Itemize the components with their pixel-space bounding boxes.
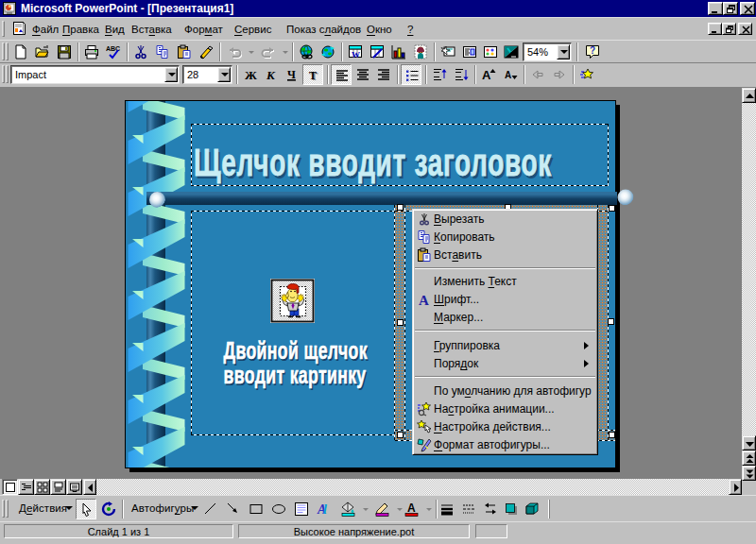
svg-text:Ч: Ч <box>287 68 296 81</box>
svg-text:l: l <box>323 502 327 517</box>
svg-text:К: К <box>266 68 276 82</box>
svg-text:A: A <box>505 70 511 80</box>
svg-text:Т: Т <box>309 69 317 82</box>
svg-text:?: ? <box>590 45 595 56</box>
svg-text:A: A <box>407 502 416 515</box>
svg-text:W: W <box>352 50 360 60</box>
svg-text:A: A <box>419 293 429 307</box>
svg-text:A: A <box>482 68 491 82</box>
svg-text:Ж: Ж <box>245 68 257 82</box>
